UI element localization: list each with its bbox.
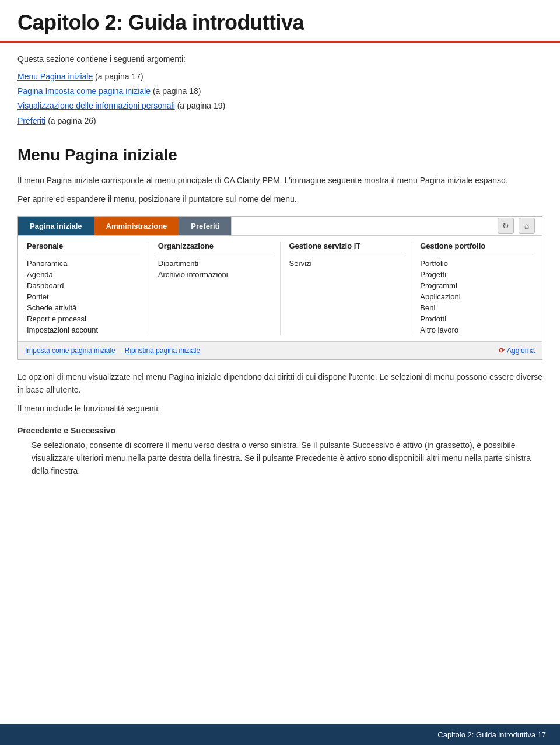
- refresh-icon[interactable]: ↻: [498, 218, 514, 234]
- toc-link-4[interactable]: Preferiti: [18, 116, 46, 125]
- main-content: Questa sezione contiene i seguenti argom…: [0, 54, 560, 519]
- toc-item-4: Preferiti (a pagina 26): [18, 114, 542, 128]
- tab-preferiti[interactable]: Preferiti: [179, 217, 232, 235]
- menu-item-portfolio[interactable]: Portfolio: [420, 258, 533, 269]
- footer-btn-ripristina[interactable]: Ripristina pagina iniziale: [125, 347, 200, 355]
- menu-item-applicazioni[interactable]: Applicazioni: [420, 291, 533, 302]
- menu-item-archivio[interactable]: Archivio informazioni: [158, 269, 271, 280]
- menu-item-panoramica[interactable]: Panoramica: [27, 258, 140, 269]
- section1-para2: Per aprire ed espandere il menu, posizio…: [18, 193, 542, 205]
- footer-text: Capitolo 2: Guida introduttiva 17: [438, 730, 546, 739]
- menu-tab-icons: ↻ ⌂: [491, 217, 542, 235]
- aggiorna-label: Aggiorna: [507, 347, 535, 355]
- toc-suffix-1: (a pagina 17): [95, 72, 144, 81]
- toc-suffix-4: (a pagina 26): [48, 116, 96, 125]
- section1-para1: Il menu Pagina iniziale corrisponde al m…: [18, 174, 542, 187]
- menu-col-gestione-it: Gestione servizio IT Servizi: [281, 242, 412, 335]
- col-heading-personale: Personale: [27, 242, 140, 253]
- page-header: Capitolo 2: Guida introduttiva: [0, 0, 560, 43]
- menu-columns: Personale Panoramica Agenda Dashboard Po…: [18, 236, 542, 341]
- menu-item-schede[interactable]: Schede attività: [27, 302, 140, 313]
- menu-item-agenda[interactable]: Agenda: [27, 269, 140, 280]
- toc-suffix-2: (a pagina 18): [153, 86, 201, 96]
- menu-item-dashboard[interactable]: Dashboard: [27, 280, 140, 291]
- menu-col-gestione-portfolio: Gestione portfolio Portfolio Progetti Pr…: [411, 242, 542, 335]
- menu-item-servizi[interactable]: Servizi: [289, 258, 402, 269]
- tab-amministrazione[interactable]: Amministrazione: [94, 217, 180, 235]
- menu-item-report[interactable]: Report e processi: [27, 313, 140, 324]
- page-title: Capitolo 2: Guida introduttiva: [18, 11, 542, 35]
- toc-link-3[interactable]: Visualizzazione delle informazioni perso…: [18, 101, 175, 110]
- menu-col-organizzazione: Organizzazione Dipartimenti Archivio inf…: [149, 242, 281, 335]
- menu-footer: Imposta come pagina iniziale Ripristina …: [18, 341, 542, 359]
- col-heading-gestione-portfolio: Gestione portfolio: [420, 242, 533, 253]
- body-para1: Le opzioni di menu visualizzate nel menu…: [18, 370, 542, 397]
- section1-heading: Menu Pagina iniziale: [18, 146, 542, 165]
- page-footer: Capitolo 2: Guida introduttiva 17: [0, 724, 560, 745]
- menu-item-beni[interactable]: Beni: [420, 302, 533, 313]
- toc-item-1: Menu Pagina iniziale (a pagina 17): [18, 69, 542, 84]
- toc-item-3: Visualizzazione delle informazioni perso…: [18, 99, 542, 113]
- col-heading-organizzazione: Organizzazione: [158, 242, 271, 253]
- tab-pagina-iniziale[interactable]: Pagina iniziale: [18, 217, 94, 235]
- menu-screenshot: Pagina iniziale Amministrazione Preferit…: [18, 216, 542, 360]
- intro-text: Questa sezione contiene i seguenti argom…: [18, 54, 542, 64]
- toc-link-1[interactable]: Menu Pagina iniziale: [18, 72, 93, 81]
- body-para2: Il menu include le funzionalità seguenti…: [18, 402, 542, 415]
- toc-item-2: Pagina Imposta come pagina iniziale (a p…: [18, 84, 542, 99]
- menu-bar: Pagina iniziale Amministrazione Preferit…: [18, 217, 542, 236]
- menu-col-personale: Personale Panoramica Agenda Dashboard Po…: [18, 242, 149, 335]
- menu-item-altro[interactable]: Altro lavoro: [420, 324, 533, 335]
- col-heading-gestione-it: Gestione servizio IT: [289, 242, 402, 253]
- toc-list: Menu Pagina iniziale (a pagina 17) Pagin…: [18, 69, 542, 128]
- footer-btn-imposta[interactable]: Imposta come pagina iniziale: [25, 347, 116, 355]
- toc-link-2[interactable]: Pagina Imposta come pagina iniziale: [18, 86, 150, 96]
- menu-item-portlet[interactable]: Portlet: [27, 291, 140, 302]
- footer-btn-aggiorna[interactable]: ⟳ Aggiorna: [499, 347, 535, 355]
- menu-item-dipartimenti[interactable]: Dipartimenti: [158, 258, 271, 269]
- menu-item-impostazioni[interactable]: Impostazioni account: [27, 324, 140, 335]
- aggiorna-icon: ⟳: [499, 347, 505, 355]
- menu-item-prodotti[interactable]: Prodotti: [420, 313, 533, 324]
- home-icon[interactable]: ⌂: [519, 218, 535, 234]
- menu-item-progetti[interactable]: Progetti: [420, 269, 533, 280]
- feature-label: Precedente e Successivo: [18, 426, 542, 435]
- menu-item-programmi[interactable]: Programmi: [420, 280, 533, 291]
- toc-suffix-3: (a pagina 19): [177, 101, 226, 110]
- feature-text: Se selezionato, consente di scorrere il …: [18, 439, 542, 478]
